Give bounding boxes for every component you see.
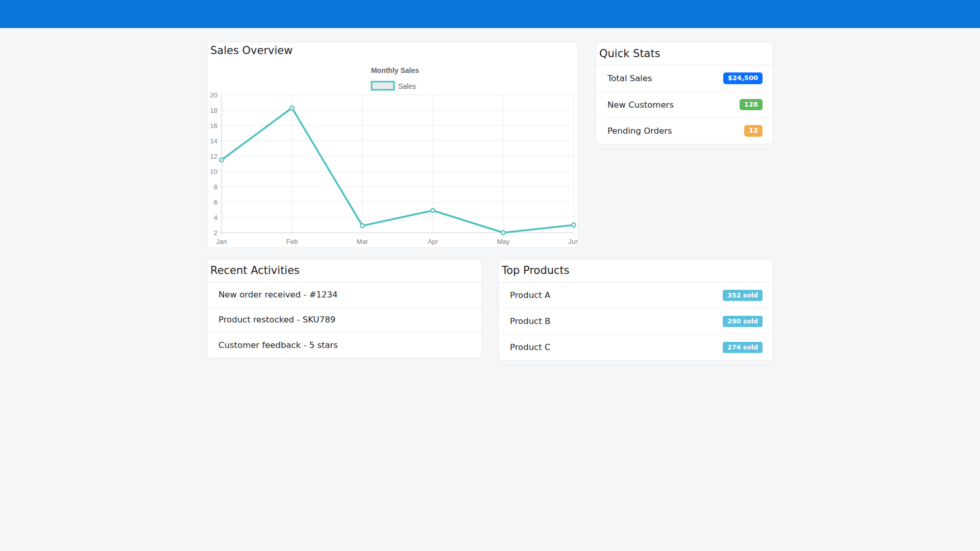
data-point[interactable] — [360, 224, 364, 228]
product-row-label: Product C — [510, 342, 550, 352]
data-point[interactable] — [290, 106, 294, 110]
recent-activities-list: New order received - #1234Product restoc… — [207, 283, 481, 358]
svg-text:18: 18 — [210, 107, 217, 114]
svg-text:Mar: Mar — [357, 238, 369, 245]
quick-stats-card: Quick Stats Total Sales$24,500New Custom… — [596, 42, 773, 144]
quick-stat-row[interactable]: New Customers128 — [596, 92, 773, 118]
svg-text:10: 10 — [210, 168, 217, 176]
sold-badge: 274 sold — [723, 342, 763, 353]
recent-activities-card: Recent Activities New order received - #… — [207, 259, 482, 358]
svg-text:14: 14 — [210, 137, 217, 145]
product-row[interactable]: Product B290 sold — [499, 309, 773, 335]
top-products-card: Top Products Product A352 soldProduct B2… — [498, 259, 773, 360]
stat-badge: 128 — [740, 99, 763, 111]
sold-badge: 352 sold — [723, 290, 763, 301]
data-point[interactable] — [219, 158, 224, 162]
quick-stats-title: Quick Stats — [596, 42, 773, 65]
product-row-label: Product A — [510, 290, 550, 300]
sales-overview-title: Sales Overview — [207, 42, 578, 58]
activity-row-label: Customer feedback - 5 stars — [218, 340, 338, 350]
svg-text:6: 6 — [214, 198, 217, 206]
product-row[interactable]: Product A352 sold — [499, 283, 773, 309]
dashboard-content: Sales Overview 2468101214161820JanFebMar… — [207, 28, 773, 361]
sales-overview-card: Sales Overview 2468101214161820JanFebMar… — [207, 42, 578, 248]
top-products-list: Product A352 soldProduct B290 soldProduc… — [499, 283, 773, 360]
svg-text:Feb: Feb — [286, 238, 298, 245]
svg-text:May: May — [497, 238, 510, 245]
svg-text:8: 8 — [214, 183, 217, 191]
svg-text:2: 2 — [214, 229, 217, 237]
data-point[interactable] — [501, 231, 505, 235]
quick-stat-row-label: New Customers — [607, 100, 674, 110]
app-header-bar — [0, 0, 980, 28]
sales-series-line — [222, 108, 574, 233]
data-point[interactable] — [431, 209, 435, 213]
activity-row[interactable]: New order received - #1234 — [207, 283, 481, 308]
dashboard-row-bottom: Recent Activities New order received - #… — [207, 259, 773, 360]
activity-row[interactable]: Customer feedback - 5 stars — [207, 333, 481, 358]
quick-stat-row-label: Pending Orders — [607, 126, 672, 136]
product-row-label: Product B — [510, 316, 550, 326]
stat-badge: 12 — [744, 125, 763, 137]
svg-text:4: 4 — [214, 214, 217, 221]
activity-row-label: Product restocked - SKU789 — [218, 315, 335, 324]
svg-text:Jun: Jun — [569, 238, 578, 245]
quick-stat-row-label: Total Sales — [607, 73, 652, 83]
svg-text:Jan: Jan — [216, 238, 227, 245]
quick-stats-list: Total Sales$24,500New Customers128Pendin… — [596, 65, 773, 144]
sold-badge: 290 sold — [723, 316, 763, 327]
svg-text:20: 20 — [210, 91, 217, 99]
svg-text:Apr: Apr — [428, 238, 438, 245]
svg-text:16: 16 — [210, 122, 217, 130]
recent-activities-title: Recent Activities — [207, 259, 481, 282]
monthly-sales-line-chart[interactable]: 2468101214161820JanFebMarAprMayJunMonthl… — [207, 58, 578, 247]
quick-stat-row[interactable]: Pending Orders12 — [596, 118, 773, 144]
legend-label[interactable]: Sales — [398, 82, 416, 90]
stat-badge: $24,500 — [723, 72, 763, 84]
dashboard-row-top: Sales Overview 2468101214161820JanFebMar… — [207, 42, 773, 248]
activity-row-label: New order received - #1234 — [218, 290, 338, 299]
legend-swatch[interactable] — [372, 82, 394, 90]
quick-stat-row[interactable]: Total Sales$24,500 — [596, 65, 773, 92]
top-products-title: Top Products — [499, 259, 773, 282]
product-row[interactable]: Product C274 sold — [499, 335, 773, 360]
chart-title: Monthly Sales — [371, 66, 419, 74]
svg-text:12: 12 — [210, 153, 217, 160]
activity-row[interactable]: Product restocked - SKU789 — [207, 308, 481, 333]
data-point[interactable] — [572, 223, 576, 227]
